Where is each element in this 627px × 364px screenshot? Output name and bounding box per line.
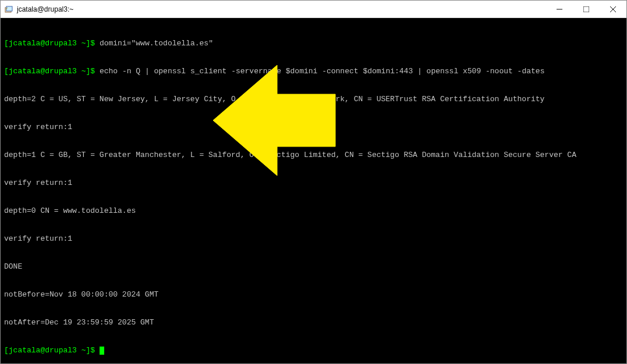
window-title: jcatala@drupal3:~ <box>17 5 546 13</box>
terminal-output: depth=2 C = US, ST = New Jersey, L = Jer… <box>4 95 623 104</box>
svg-rect-1 <box>6 6 12 11</box>
cursor <box>100 347 104 355</box>
terminal-output: verify return:1 <box>4 234 623 244</box>
terminal-line: [jcatala@drupal3 ~]$ <box>4 346 623 355</box>
minimize-button[interactable] <box>546 1 573 17</box>
window-controls <box>546 1 626 17</box>
terminal-output: verify return:1 <box>4 179 623 188</box>
svg-rect-4 <box>583 6 589 12</box>
terminal-output: notBefore=Nov 18 00:00:00 2024 GMT <box>4 290 623 299</box>
terminal-line: [jcatala@drupal3 ~]$ domini="www.todolel… <box>4 39 623 48</box>
terminal-output: depth=1 C = GB, ST = Greater Manchester,… <box>4 151 623 160</box>
terminal-output: DONE <box>4 262 623 272</box>
titlebar[interactable]: jcatala@drupal3:~ <box>1 1 626 18</box>
terminal-window: jcatala@drupal3:~ [jcatala@drupal3 ~]$ d… <box>0 0 627 364</box>
terminal-line: [jcatala@drupal3 ~]$ echo -n Q | openssl… <box>4 67 623 76</box>
terminal-output: verify return:1 <box>4 123 623 132</box>
terminal-output: depth=0 CN = www.todolella.es <box>4 206 623 216</box>
terminal-body[interactable]: [jcatala@drupal3 ~]$ domini="www.todolel… <box>1 18 626 363</box>
app-icon <box>4 5 13 14</box>
terminal-output: notAfter=Dec 19 23:59:59 2025 GMT <box>4 318 623 327</box>
maximize-button[interactable] <box>573 1 600 17</box>
close-button[interactable] <box>600 1 626 17</box>
